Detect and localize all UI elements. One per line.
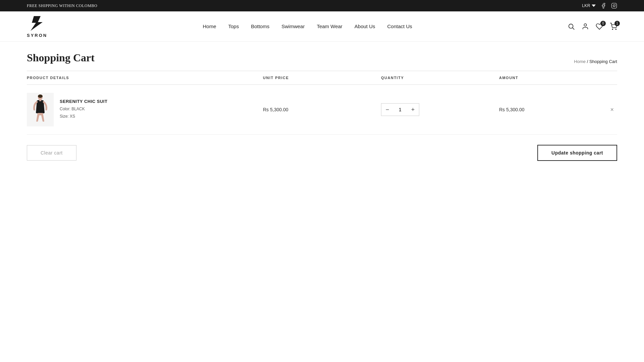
nav-aboutus[interactable]: About Us	[355, 23, 375, 29]
breadcrumb-current: Shopping Cart	[589, 59, 617, 64]
cart-actions: Clear cart Update shopping cart	[27, 145, 617, 161]
main-nav: Home Tops Bottoms Swimwear Team Wear Abo…	[203, 23, 412, 29]
top-bar: FREE SHIPPING WITHIN COLOMBO LKR	[0, 0, 644, 11]
product-image	[27, 93, 54, 126]
instagram-icon[interactable]	[611, 3, 617, 9]
logo-text: SYRON	[27, 33, 47, 38]
quantity-input[interactable]	[393, 107, 407, 112]
table-row: SERENITY CHIC SUIT Color: BLACK Size: XS…	[27, 85, 617, 135]
facebook-icon[interactable]	[600, 3, 606, 9]
col-amount: AMOUNT	[499, 76, 617, 80]
product-size: Size: XS	[60, 113, 107, 120]
logo[interactable]: SYRON	[27, 15, 47, 38]
size-label: Size:	[60, 114, 69, 119]
cart-header: PRODUCT DETAILS UNIT PRICE QUANTITY AMOU…	[27, 71, 617, 85]
svg-line-5	[573, 28, 574, 29]
page-title-area: Shopping Cart Home / Shopping Cart	[0, 42, 644, 67]
wishlist-badge: 0	[600, 21, 606, 26]
account-icon[interactable]	[582, 23, 589, 30]
product-cell: SERENITY CHIC SUIT Color: BLACK Size: XS	[27, 93, 263, 126]
decrease-qty-button[interactable]: −	[381, 103, 393, 116]
nav-teamwear[interactable]: Team Wear	[317, 23, 342, 29]
breadcrumb-home[interactable]: Home	[574, 59, 586, 64]
shipping-notice: FREE SHIPPING WITHIN COLOMBO	[27, 3, 97, 8]
svg-point-1	[613, 5, 615, 7]
col-quantity: QUANTITY	[381, 76, 499, 80]
col-unit-price: UNIT PRICE	[263, 76, 381, 80]
svg-rect-13	[39, 100, 41, 101]
quantity-stepper[interactable]: − +	[381, 103, 419, 116]
svg-point-4	[569, 24, 573, 28]
header-actions: 0 1	[568, 23, 617, 30]
update-cart-button[interactable]: Update shopping cart	[537, 145, 617, 161]
svg-point-7	[612, 29, 613, 29]
color-label: Color:	[60, 107, 70, 111]
svg-point-10	[38, 95, 43, 98]
remove-item-button[interactable]: ×	[610, 107, 614, 113]
nav-contactus[interactable]: Contact Us	[387, 23, 412, 29]
svg-marker-3	[31, 16, 43, 31]
search-icon[interactable]	[568, 23, 575, 30]
col-product: PRODUCT DETAILS	[27, 76, 263, 80]
svg-rect-0	[612, 3, 617, 8]
wishlist-wrap[interactable]: 0	[596, 23, 603, 30]
cart-section: PRODUCT DETAILS UNIT PRICE QUANTITY AMOU…	[0, 67, 644, 174]
quantity-cell: − +	[381, 103, 499, 116]
cart-badge: 1	[614, 21, 620, 26]
cart-wrap[interactable]: 1	[610, 23, 617, 30]
svg-point-6	[584, 23, 586, 26]
currency-label: LKR	[582, 3, 590, 8]
clear-cart-button[interactable]: Clear cart	[27, 145, 76, 161]
page-title: Shopping Cart	[27, 52, 95, 64]
svg-point-8	[615, 29, 616, 29]
breadcrumb: Home / Shopping Cart	[574, 59, 617, 64]
color-value: BLACK	[71, 107, 85, 111]
unit-price: Rs 5,300.00	[263, 107, 381, 112]
nav-swimwear[interactable]: Swimwear	[281, 23, 305, 29]
svg-point-2	[615, 4, 616, 5]
amount-value: Rs 5,300.00	[499, 107, 525, 112]
increase-qty-button[interactable]: +	[407, 103, 419, 116]
product-color: Color: BLACK	[60, 106, 107, 113]
top-bar-icons: LKR	[582, 3, 617, 9]
product-info: SERENITY CHIC SUIT Color: BLACK Size: XS	[60, 99, 107, 120]
header: SYRON Home Tops Bottoms Swimwear Team We…	[0, 11, 644, 42]
size-value: XS	[70, 114, 75, 119]
breadcrumb-separator: /	[587, 59, 589, 64]
nav-bottoms[interactable]: Bottoms	[251, 23, 269, 29]
product-name: SERENITY CHIC SUIT	[60, 99, 107, 104]
nav-tops[interactable]: Tops	[228, 23, 239, 29]
product-figure-svg	[30, 95, 50, 125]
nav-home[interactable]: Home	[203, 23, 216, 29]
amount-cell: Rs 5,300.00 ×	[499, 107, 617, 113]
currency-dropdown[interactable]: LKR	[582, 3, 596, 8]
chevron-down-icon	[592, 4, 596, 8]
logo-icon	[29, 15, 46, 32]
